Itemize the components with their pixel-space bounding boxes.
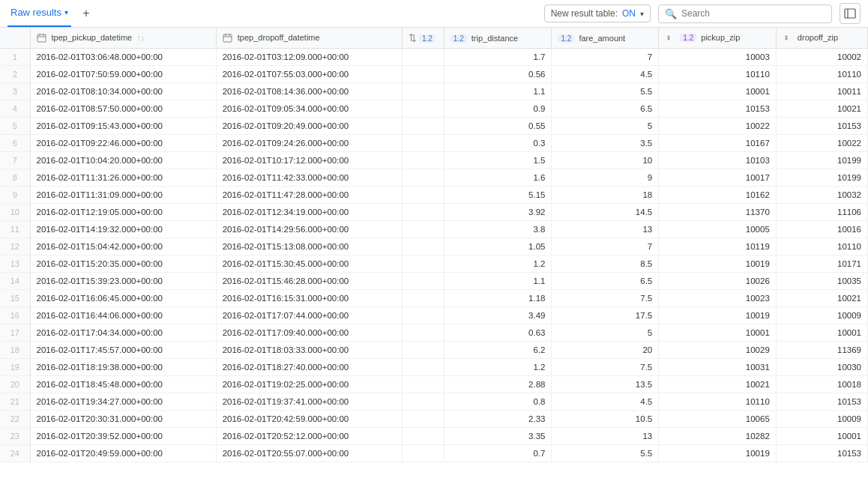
dropoff-zip-cell: 10110: [776, 66, 867, 83]
sort-arrows-icon: ⇅: [409, 32, 417, 43]
row-number-cell: 5: [0, 118, 30, 135]
dropoff-datetime-cell: 2016-02-01T16:15:31.000+00:00: [216, 290, 402, 307]
header-right: New result table: ON ▾ 🔍: [544, 3, 861, 24]
raw-results-label: Raw results: [10, 7, 61, 18]
dropoff-zip-cell: 10009: [776, 411, 867, 428]
trip-distance-cell: 1.1: [444, 273, 552, 290]
pickup-datetime-cell: 2016-02-01T12:19:05.000+00:00: [30, 204, 216, 221]
dropoff-zip-col-header[interactable]: dropoff_zip: [776, 28, 867, 49]
trip-distance-cell: 0.9: [444, 100, 552, 118]
fare-amount-cell: 7: [552, 49, 659, 66]
pickup-zip-cell: 10026: [659, 273, 777, 290]
svg-rect-2: [37, 34, 46, 42]
sort-col-cell: [402, 376, 444, 393]
pickup-datetime-cell: 2016-02-01T18:45:48.000+00:00: [30, 376, 216, 393]
dropoff-zip-cell: 10018: [776, 376, 867, 393]
fare-amount-cell: 18: [552, 187, 659, 204]
tpep-dropoff-col-header[interactable]: tpep_dropoff_datetime: [216, 28, 402, 49]
fare-amount-cell: 13: [552, 221, 659, 238]
trip-distance-cell: 1.1: [444, 83, 552, 100]
fare-amount-cell: 10.5: [552, 411, 659, 428]
row-number-cell: 21: [0, 393, 30, 411]
sort-col-cell: [402, 204, 444, 221]
sort-col-cell: [402, 66, 444, 83]
dropoff-zip-cell: 10153: [776, 118, 867, 135]
new-result-label: New result table:: [551, 8, 618, 19]
pickup-zip-sort-icon: [665, 33, 675, 43]
trip-distance-cell: 0.55: [444, 118, 552, 135]
trip-distance-cell: 0.63: [444, 324, 552, 342]
row-number-cell: 9: [0, 187, 30, 204]
pickup-datetime-cell: 2016-02-01T18:19:38.000+00:00: [30, 359, 216, 376]
pickup-datetime-cell: 2016-02-01T08:10:34.000+00:00: [30, 83, 216, 100]
row-number-cell: 20: [0, 376, 30, 393]
trip-distance-col-header[interactable]: 1.2 trip_distance: [444, 28, 552, 49]
dropoff-datetime-cell: 2016-02-01T19:02:25.000+00:00: [216, 376, 402, 393]
tpep-pickup-col-header[interactable]: tpep_pickup_datetime ↑↓: [30, 28, 216, 49]
trip-distance-cell: 0.56: [444, 66, 552, 83]
dropoff-datetime-cell: 2016-02-01T03:12:09.000+00:00: [216, 49, 402, 66]
fare-amount-cell: 4.5: [552, 66, 659, 83]
pickup-zip-cell: 10001: [659, 324, 777, 342]
pickup-datetime-cell: 2016-02-01T10:04:20.000+00:00: [30, 152, 216, 169]
pickup-datetime-cell: 2016-02-01T16:06:45.000+00:00: [30, 290, 216, 307]
table-row: 62016-02-01T09:22:46.000+00:002016-02-01…: [0, 135, 868, 152]
fare-amount-cell: 10: [552, 152, 659, 169]
pickup-datetime-cell: 2016-02-01T03:06:48.000+00:00: [30, 49, 216, 66]
pickup-zip-cell: 10110: [659, 393, 777, 411]
header-left: Raw results ▾ +: [7, 0, 95, 27]
pickup-datetime-cell: 2016-02-01T08:57:50.000+00:00: [30, 100, 216, 118]
table-row: 102016-02-01T12:19:05.000+00:002016-02-0…: [0, 204, 868, 221]
table-row: 142016-02-01T15:39:23.000+00:002016-02-0…: [0, 273, 868, 290]
sort-col-cell: [402, 324, 444, 342]
table-row: 32016-02-01T08:10:34.000+00:002016-02-01…: [0, 83, 868, 100]
dropoff-zip-cell: 10021: [776, 100, 867, 118]
dropoff-datetime-cell: 2016-02-01T18:03:33.000+00:00: [216, 342, 402, 359]
pickup-zip-col-header[interactable]: 1.2 pickup_zip: [659, 28, 777, 49]
table-container: tpep_pickup_datetime ↑↓ tpep_dropoff_dat…: [0, 28, 868, 502]
trip-distance-cell: 3.92: [444, 204, 552, 221]
sort-col-cell: [402, 135, 444, 152]
fare-amount-col-header[interactable]: 1.2 fare_amount: [552, 28, 659, 49]
header: Raw results ▾ + New result table: ON ▾ 🔍: [0, 0, 868, 28]
dropoff-zip-cell: 10009: [776, 307, 867, 324]
trip-distance-cell: 3.35: [444, 428, 552, 445]
sort-col-cell: [402, 100, 444, 118]
dropoff-zip-cell: 10035: [776, 273, 867, 290]
fare-amount-cell: 7: [552, 238, 659, 255]
sidebar-panel-icon: [844, 7, 856, 19]
fare-amount-cell: 3.5: [552, 135, 659, 152]
dropoff-datetime-cell: 2016-02-01T15:13:08.000+00:00: [216, 238, 402, 255]
dropoff-datetime-cell: 2016-02-01T15:30:45.000+00:00: [216, 255, 402, 273]
row-number-cell: 24: [0, 445, 30, 462]
table-row: 122016-02-01T15:04:42.000+00:002016-02-0…: [0, 238, 868, 255]
table-header-row: tpep_pickup_datetime ↑↓ tpep_dropoff_dat…: [0, 28, 868, 49]
dropoff-zip-cell: 10011: [776, 83, 867, 100]
add-tab-button[interactable]: +: [77, 4, 95, 22]
trip-distance-cell: 0.7: [444, 445, 552, 462]
row-number-cell: 22: [0, 411, 30, 428]
row-number-cell: 6: [0, 135, 30, 152]
calendar-icon-2: [223, 33, 232, 43]
new-result-toggle[interactable]: New result table: ON ▾: [544, 4, 651, 22]
search-input[interactable]: [681, 8, 825, 19]
pickup-datetime-cell: 2016-02-01T19:34:27.000+00:00: [30, 393, 216, 411]
trip-distance-cell: 3.49: [444, 307, 552, 324]
dropoff-zip-cell: 10199: [776, 169, 867, 187]
table-row: 242016-02-01T20:49:59.000+00:002016-02-0…: [0, 445, 868, 462]
raw-results-tab[interactable]: Raw results ▾: [7, 0, 71, 27]
sort-col-cell: [402, 342, 444, 359]
row-number-cell: 14: [0, 273, 30, 290]
sort-col-cell: [402, 83, 444, 100]
row-number-cell: 19: [0, 359, 30, 376]
trip-distance-cell: 2.88: [444, 376, 552, 393]
dropoff-datetime-cell: 2016-02-01T20:55:07.000+00:00: [216, 445, 402, 462]
row-number-cell: 12: [0, 238, 30, 255]
row-num-col-header: [0, 28, 30, 49]
table-row: 22016-02-01T07:50:59.000+00:002016-02-01…: [0, 66, 868, 83]
fare-amount-cell: 13: [552, 428, 659, 445]
sidebar-toggle-button[interactable]: [840, 3, 861, 24]
dropoff-zip-sort-icon: [783, 33, 792, 43]
trip-distance-cell: 1.2: [444, 359, 552, 376]
sort-col-header[interactable]: ⇅ 1.2: [402, 28, 444, 49]
